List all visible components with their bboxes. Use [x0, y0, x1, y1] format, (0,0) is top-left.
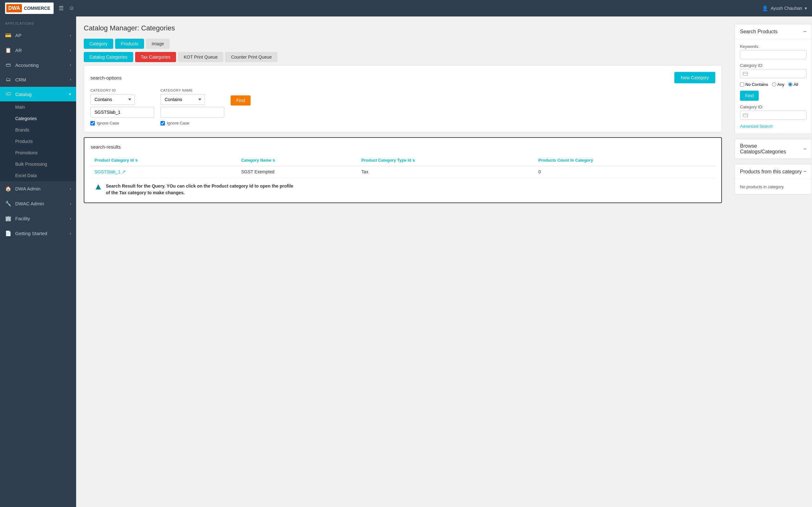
tab-kot-print-queue[interactable]: KOT Print Queue	[178, 52, 223, 62]
category-name-contains-select[interactable]: Contains	[160, 94, 205, 105]
panel-category-id-label: Category ID:	[740, 63, 807, 68]
results-table: Product Category Id ⇅ Category Name ⇅ Pr…	[91, 155, 715, 178]
crm-chevron-icon: ›	[70, 77, 71, 82]
sidebar-item-catalog[interactable]: 🏷 Catalog ▾	[0, 87, 76, 101]
ignore-case-row-2: Ignore Case	[160, 121, 224, 125]
ignore-case-label-2: Ignore Case	[167, 121, 189, 125]
keywords-label: Keywords:	[740, 44, 807, 49]
sidebar-item-ap[interactable]: 💳 AP ›	[0, 28, 76, 43]
external-link-icon: ↗	[122, 169, 125, 174]
search-options-header: search-options New Category	[90, 72, 715, 83]
sidebar-sub-excel-data[interactable]: Excel Data	[0, 170, 76, 181]
topbar: DWA COMMERCE ☰ ☺ 👤 Ayush Chauhan ▾	[0, 0, 812, 16]
sidebar-item-getting-started[interactable]: 📄 Getting Started ›	[0, 226, 76, 241]
sidebar-sub-categories[interactable]: Categories	[0, 113, 76, 124]
right-panel: Search Products − Keywords: Category ID:…	[729, 16, 812, 507]
sidebar-item-accounting[interactable]: 🗃 Accounting ›	[0, 58, 76, 72]
find-button[interactable]: Find	[231, 95, 251, 106]
keywords-input[interactable]	[740, 50, 807, 59]
col-product-category-id[interactable]: Product Category Id ⇅	[91, 155, 237, 166]
search-options-box: search-options New Category CATEGORY ID …	[84, 65, 722, 132]
facility-icon: 🏢	[5, 216, 11, 222]
user-dropdown-icon: ▾	[805, 6, 807, 11]
tab-products[interactable]: Products	[115, 39, 144, 49]
sidebar-item-label-dwa-admin: DWA Admin	[15, 186, 40, 191]
category-name-group: CATEGORY NAME Contains Ignore Case	[160, 89, 224, 125]
sidebar-sub-bulk-processing[interactable]: Bulk Processing	[0, 158, 76, 170]
sidebar-sub-promotions[interactable]: Promotions	[0, 147, 76, 158]
sidebar-item-dwa-admin[interactable]: 🏠 DWA Admin ›	[0, 181, 76, 196]
cell-products-count: 0	[535, 166, 715, 178]
panel-radio-row: No Contains Any All	[740, 82, 807, 87]
logo-commerce: COMMERCE	[22, 6, 52, 11]
tab-catalog-categories[interactable]: Catalog Categories	[84, 52, 133, 62]
sidebar-sub-products[interactable]: Products	[0, 135, 76, 147]
tab-tax-categories[interactable]: Tax Categories	[135, 52, 176, 62]
advanced-search-link[interactable]: Advanced Search	[740, 124, 773, 129]
category-id-input[interactable]	[90, 107, 154, 118]
sidebar-item-dwac-admin[interactable]: 🔧 DWAC Admin ›	[0, 196, 76, 211]
ap-chevron-icon: ›	[70, 33, 71, 38]
search-products-panel: Search Products − Keywords: Category ID:…	[734, 24, 812, 134]
ap-icon: 💳	[5, 32, 11, 38]
products-from-category-collapse-icon[interactable]: −	[803, 168, 807, 175]
no-products-label: No products in category.	[740, 182, 784, 192]
col-products-count: Products Count In Category	[535, 155, 715, 166]
help-icon[interactable]: ☺	[69, 5, 74, 12]
ar-icon: 📋	[5, 47, 11, 53]
tab-row-2: Catalog Categories Tax Categories KOT Pr…	[84, 52, 722, 62]
accounting-icon: 🗃	[5, 62, 11, 68]
panel-category-id-2-input[interactable]	[740, 111, 807, 120]
no-contains-checkbox[interactable]	[740, 82, 744, 87]
tab-counter-print-queue[interactable]: Counter Print Queue	[225, 52, 277, 62]
page-title: Catalog Manager: Categories	[84, 24, 722, 32]
sort-arrow-product-category-type-id: ⇅	[412, 159, 415, 162]
sidebar-item-label-crm: CRM	[15, 77, 26, 82]
sort-arrow-category-name: ⇅	[272, 159, 275, 162]
category-name-input[interactable]	[160, 107, 224, 118]
radio-all: All	[788, 82, 798, 87]
category-id-label: CATEGORY ID	[90, 89, 154, 92]
all-radio[interactable]	[788, 82, 792, 87]
sidebar-catalog-submenu: Main Categories Brands Products Promotio…	[0, 101, 76, 181]
sidebar-sub-main[interactable]: Main	[0, 101, 76, 113]
products-from-category-header: Products from this category −	[735, 164, 812, 179]
sidebar-section-label: APPLICATIONS	[0, 16, 76, 28]
products-from-category-body: No products in category.	[735, 179, 812, 194]
panel-find-button[interactable]: Find	[740, 91, 759, 101]
sidebar-sub-brands[interactable]: Brands	[0, 124, 76, 135]
sidebar-item-crm[interactable]: 🗂 CRM ›	[0, 72, 76, 87]
tooltip-text: Search Result for the Query. YOu can cli…	[106, 183, 296, 196]
sidebar-item-ar[interactable]: 📋 AR ›	[0, 43, 76, 58]
topbar-left: DWA COMMERCE ☰ ☺	[5, 3, 74, 14]
category-name-label: CATEGORY NAME	[160, 89, 224, 92]
getting-started-icon: 📄	[5, 230, 11, 236]
ignore-case-checkbox-2[interactable]	[160, 121, 165, 125]
dwac-admin-icon: 🔧	[5, 201, 11, 207]
ignore-case-checkbox-1[interactable]	[90, 121, 95, 125]
topbar-user[interactable]: 👤 Ayush Chauhan ▾	[762, 5, 807, 11]
sidebar-item-facility[interactable]: 🏢 Facility ›	[0, 211, 76, 226]
ignore-case-row-1: Ignore Case	[90, 121, 154, 125]
tab-row-1: Category Products Image	[84, 39, 722, 49]
tab-image[interactable]: Image	[146, 39, 170, 49]
browse-catalogs-collapse-icon[interactable]: −	[803, 146, 807, 153]
tab-category[interactable]: Category	[84, 39, 113, 49]
col-category-name[interactable]: Category Name ⇅	[237, 155, 357, 166]
search-products-collapse-icon[interactable]: −	[803, 28, 807, 35]
catalog-chevron-icon: ▾	[69, 92, 71, 96]
dwa-admin-icon: 🏠	[5, 186, 11, 192]
sidebar-item-label-ar: AR	[15, 48, 22, 53]
menu-icon[interactable]: ☰	[59, 5, 64, 12]
search-results-box: search-results Product Category Id ⇅ Cat…	[84, 137, 722, 203]
sidebar: APPLICATIONS 💳 AP › 📋 AR › 🗃 Accounting …	[0, 16, 76, 507]
dwa-admin-chevron-icon: ›	[70, 187, 71, 191]
ignore-case-label-1: Ignore Case	[97, 121, 119, 125]
category-id-contains-select[interactable]: Contains	[90, 94, 135, 105]
product-category-id-link[interactable]: SGSTSlab_1 ↗	[95, 169, 125, 174]
cell-category-name: SGST Exempted	[237, 166, 357, 178]
panel-category-id-input[interactable]	[740, 69, 807, 78]
any-radio[interactable]	[772, 82, 776, 87]
col-product-category-type-id[interactable]: Product Category Type Id ⇅	[357, 155, 535, 166]
new-category-button[interactable]: New Category	[674, 72, 715, 83]
